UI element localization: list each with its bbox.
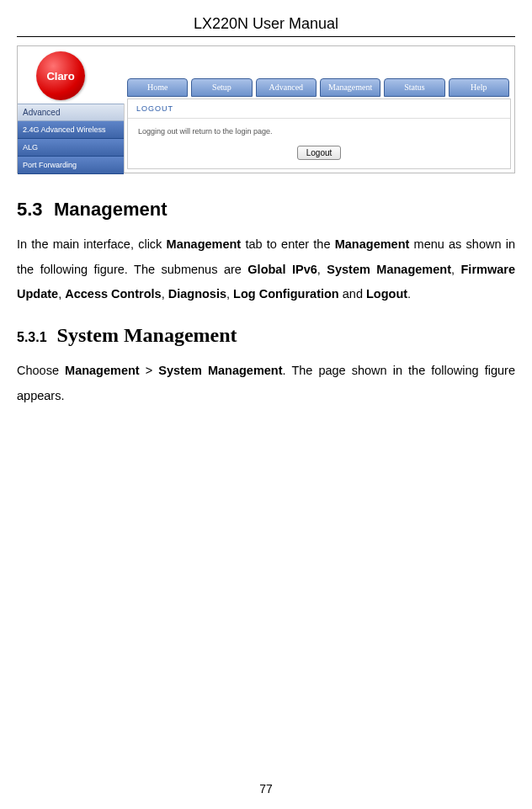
- subsection-heading: 5.3.1 System Management: [17, 324, 515, 347]
- nav-help[interactable]: Help: [449, 78, 509, 97]
- nav-setup[interactable]: Setup: [191, 78, 252, 97]
- text-bold: Management: [167, 237, 242, 251]
- sidebar-heading: Advanced: [18, 104, 124, 121]
- sidebar-item-wireless[interactable]: 2.4G Advanced Wireless: [18, 121, 124, 139]
- text-bold: System Management: [327, 263, 451, 276]
- text: >: [140, 364, 159, 377]
- text: ,: [317, 263, 327, 276]
- logout-description: Logging out will return to the login pag…: [128, 119, 510, 136]
- text-bold: Diagnosis: [168, 287, 226, 301]
- text-bold: Management: [335, 237, 410, 251]
- sidebar: Advanced 2.4G Advanced Wireless ALG Port…: [18, 104, 125, 173]
- router-screenshot: Claro Home Setup Advanced Management Sta…: [17, 45, 515, 173]
- logout-button[interactable]: Logout: [297, 146, 342, 160]
- doc-header: LX220N User Manual: [17, 15, 515, 37]
- text: Choose: [17, 364, 65, 377]
- text: ,: [58, 287, 65, 301]
- subsection-number: 5.3.1: [17, 330, 47, 345]
- section-title: Management: [54, 199, 167, 220]
- nav-management[interactable]: Management: [320, 78, 380, 97]
- text: .: [407, 287, 411, 301]
- text: tab to enter the: [241, 237, 335, 251]
- section-heading: 5.3Management: [17, 199, 515, 221]
- page-number: 77: [0, 782, 532, 796]
- text-bold: Log Configuration: [233, 287, 339, 301]
- section-number: 5.3: [17, 199, 54, 221]
- text-bold: System Management: [158, 364, 282, 377]
- content-area: LOGOUT Logging out will return to the lo…: [127, 98, 511, 169]
- text-bold: Access Controls: [65, 287, 161, 301]
- nav-advanced[interactable]: Advanced: [256, 78, 317, 97]
- button-row: Logout: [128, 144, 510, 160]
- page: LX220N User Manual Claro Home Setup Adva…: [0, 0, 532, 809]
- claro-logo: Claro: [36, 51, 85, 100]
- text: In the main interface, click: [17, 237, 167, 251]
- sidebar-item-portforwarding[interactable]: Port Forwarding: [18, 157, 124, 174]
- text: and: [339, 287, 366, 301]
- text: ,: [451, 263, 461, 276]
- text: ,: [226, 287, 233, 301]
- subsection-title: System Management: [57, 324, 237, 347]
- text-bold: Logout: [366, 287, 407, 301]
- text: ,: [162, 287, 168, 301]
- sidebar-item-alg[interactable]: ALG: [18, 139, 124, 157]
- subsection-paragraph: Choose Management > System Management. T…: [17, 359, 515, 408]
- nav-home[interactable]: Home: [127, 78, 188, 97]
- nav-status[interactable]: Status: [384, 78, 444, 97]
- section-paragraph: In the main interface, click Management …: [17, 232, 515, 307]
- nav-tabs: Home Setup Advanced Management Status He…: [127, 78, 509, 97]
- breadcrumb: LOGOUT: [128, 99, 510, 119]
- text-bold: Global IPv6: [247, 263, 317, 276]
- text-bold: Management: [65, 364, 140, 377]
